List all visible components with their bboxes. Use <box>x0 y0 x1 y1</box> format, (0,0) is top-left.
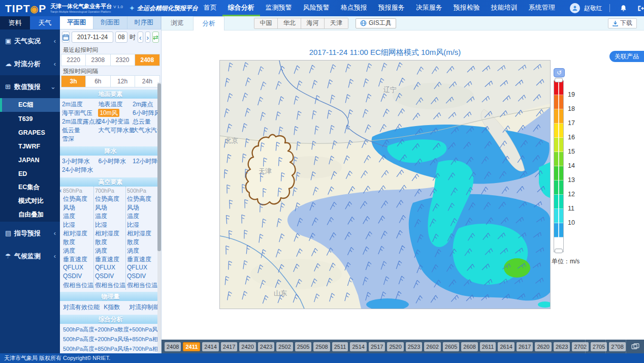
timeline-time-button[interactable]: 2408 <box>165 342 181 351</box>
init-time-button[interactable]: 2408 <box>135 54 159 66</box>
timeline-time-button[interactable]: 2417 <box>221 342 237 351</box>
nav-item[interactable]: 格点预报 <box>335 0 373 16</box>
model-item[interactable]: 模式对比 <box>0 194 60 208</box>
element-item[interactable]: 2m温度 <box>62 100 98 109</box>
timeline-time-button[interactable]: 2502 <box>276 342 293 351</box>
nav-item[interactable]: 风险预警 <box>298 0 335 16</box>
view-tab[interactable]: 平面图 <box>60 16 93 29</box>
element-item[interactable]: 地表温度 <box>98 100 133 109</box>
element-item[interactable]: 位势高度 <box>127 195 157 203</box>
element-item[interactable]: 假相当位温 <box>95 281 125 290</box>
element-item[interactable]: 低云量 <box>62 126 98 135</box>
element-item[interactable]: 对流抑制能力 <box>129 303 160 312</box>
element-item[interactable]: 散度 <box>127 238 157 247</box>
view-tab[interactable]: 剖面图 <box>93 16 127 29</box>
element-item[interactable]: 温度 <box>127 212 157 221</box>
timeline-time-button[interactable]: 2611 <box>480 342 496 351</box>
timeline-time-button[interactable]: 2420 <box>239 342 255 351</box>
timeline-time-button[interactable]: 2505 <box>295 342 311 351</box>
model-item[interactable]: EC细 <box>0 98 60 112</box>
timeline-time-button[interactable]: 2617 <box>517 342 533 351</box>
sidebar-tab[interactable]: 资料 <box>0 16 30 29</box>
nav-item[interactable]: 综合分析 <box>222 0 260 16</box>
timeline-time-button[interactable]: 2511 <box>332 342 348 351</box>
region-button[interactable]: 海河 <box>301 18 325 28</box>
element-item[interactable]: 风场 <box>127 203 157 212</box>
element-item[interactable]: 总云量 <box>133 117 160 126</box>
nav-item[interactable]: 决策服务 <box>410 0 448 16</box>
element-item[interactable]: 对流有效位能 <box>63 303 104 312</box>
element-item[interactable]: 24小时变温 <box>98 117 133 126</box>
logout-icon[interactable] <box>634 5 644 12</box>
timeline-time-button[interactable]: 2423 <box>258 342 274 351</box>
init-time-button[interactable]: 2320 <box>111 54 135 66</box>
element-item[interactable]: 500hPa高度+200hPa散度+500hPa风场 <box>63 326 160 336</box>
element-item[interactable]: 涡度 <box>95 247 125 255</box>
model-item[interactable]: GRAPES <box>0 126 60 139</box>
timeline-time-button[interactable]: 2620 <box>535 342 551 351</box>
element-item[interactable]: 风场 <box>63 203 93 212</box>
element-item[interactable]: 涡度 <box>127 247 157 255</box>
element-item[interactable]: 风场 <box>95 203 125 212</box>
sidebar-menu-item[interactable]: ☁ 对流分析 <box>0 52 60 75</box>
related-products-button[interactable]: 关联产品 <box>609 51 644 62</box>
model-item[interactable]: T639 <box>0 112 60 126</box>
element-item[interactable]: 24小时降水 <box>62 166 98 174</box>
model-item[interactable]: TJWRF <box>0 139 60 153</box>
calendar-icon[interactable] <box>62 32 70 43</box>
nav-item[interactable]: 系统管理 <box>523 0 561 16</box>
element-item[interactable]: QSDIV <box>63 273 93 281</box>
timeline-time-button[interactable]: 2602 <box>424 342 440 351</box>
gis-tools-button[interactable]: GIS工具 <box>356 18 396 28</box>
element-item[interactable]: 500hPa高度+200hPa风场+850hPa相对湿度 <box>63 336 160 345</box>
undo-button[interactable]: ↺ <box>554 68 565 77</box>
element-item[interactable]: 海平面气压 <box>62 109 98 117</box>
timeline-time-button[interactable]: 2520 <box>387 342 403 351</box>
init-time-button[interactable]: 2220 <box>61 54 86 66</box>
element-item[interactable]: 大气可降水量 <box>98 126 133 135</box>
element-item[interactable]: QFLUX <box>95 264 125 273</box>
hour-input[interactable] <box>115 32 127 43</box>
timeline-next-button[interactable] <box>605 340 626 353</box>
timeline-time-button[interactable]: 2508 <box>313 342 330 351</box>
user-name[interactable]: 赵敬红 <box>584 4 602 13</box>
element-item[interactable]: QSDIV <box>95 273 125 281</box>
element-item[interactable]: QFLUX <box>127 264 157 273</box>
element-item[interactable]: 相对湿度 <box>63 229 93 238</box>
nav-item[interactable]: 技能培训 <box>486 0 523 16</box>
element-item[interactable]: 2m温度露点差 <box>62 117 98 126</box>
element-item[interactable]: 垂直速度 <box>127 255 157 264</box>
element-item[interactable]: 位势高度 <box>95 195 125 203</box>
timeline-time-button[interactable]: 2614 <box>498 342 514 351</box>
wind-map[interactable]: 辽宁 北京 天津 山东 <box>219 60 551 309</box>
nav-item[interactable]: 预报服务 <box>373 0 410 16</box>
prev-time-button[interactable] <box>138 32 143 43</box>
sidebar-menu-item[interactable]: ▣ 天气实况 <box>0 29 60 52</box>
timeline-time-button[interactable]: 2523 <box>406 342 422 351</box>
region-button[interactable]: 天津 <box>325 18 348 28</box>
element-item[interactable]: 垂直速度 <box>95 255 125 264</box>
element-item[interactable]: 雪深 <box>62 135 98 143</box>
colorbar-handle-bottom[interactable] <box>555 249 563 253</box>
element-item[interactable]: 假相当位温 <box>127 281 157 290</box>
element-item[interactable]: K指数 <box>104 303 129 312</box>
model-item[interactable]: ED <box>0 167 60 180</box>
element-item[interactable]: 垂直速度 <box>63 255 93 264</box>
element-item[interactable]: 假相当位温 <box>63 281 93 290</box>
region-button[interactable]: 中国 <box>254 18 278 28</box>
interval-button[interactable]: 6h <box>86 76 110 87</box>
timeline-prev-button[interactable] <box>585 340 605 353</box>
timeline-time-button[interactable]: 2414 <box>202 342 218 351</box>
model-item[interactable]: EC集合 <box>0 180 60 194</box>
element-item[interactable]: 6小时降水 <box>98 157 133 166</box>
sidebar-tab[interactable]: 天气 <box>30 16 60 29</box>
nav-item[interactable]: 监测预警 <box>260 0 298 16</box>
mode-tab[interactable]: 分析 <box>193 16 224 31</box>
element-item[interactable]: 相对湿度 <box>127 229 157 238</box>
element-item[interactable]: 温度 <box>95 212 125 221</box>
nav-item[interactable]: 首页 <box>198 0 222 16</box>
avatar[interactable] <box>570 3 580 13</box>
nav-item[interactable]: 预报检验 <box>448 0 486 16</box>
notification-bell-icon[interactable] <box>617 5 630 12</box>
element-item[interactable]: QSDIV <box>127 273 157 281</box>
